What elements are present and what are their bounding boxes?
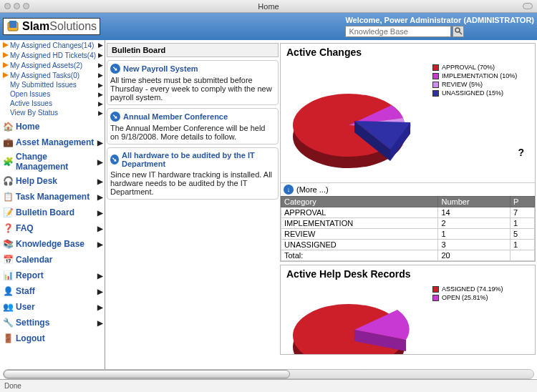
nav-label: Logout <box>16 333 103 343</box>
sidebar: My Assigned Changes(14)▶My Assigned HD T… <box>0 40 105 379</box>
minimize-icon[interactable] <box>14 3 20 9</box>
table-cell: 5 <box>510 229 534 240</box>
nav-item-knowledge-base[interactable]: 📚Knowledge Base▶ <box>0 236 105 252</box>
nav-icon: 💼 <box>1 136 14 149</box>
sidebar-my-item[interactable]: My Assigned Changes(14)▶ <box>0 40 105 50</box>
legend-swatch-icon <box>432 73 439 79</box>
chevron-right-icon: ▶ <box>98 100 103 107</box>
nav-item-home[interactable]: 🏠Home <box>0 119 105 134</box>
my-item-label: My Assigned Tasks(0) <box>10 72 98 79</box>
sidebar-my-item[interactable]: My Assigned HD Tickets(4)▶ <box>0 50 105 60</box>
logo-text-2: Solutions <box>49 20 97 33</box>
nav-label: Bulletin Board <box>16 207 97 217</box>
nav-item-calendar[interactable]: 📅Calendar <box>0 252 105 268</box>
more-link[interactable]: ↓ (More ...) <box>281 182 535 196</box>
my-item-label: Open Issues <box>10 90 98 98</box>
bulletin-item[interactable]: ➘All hardware to be audited by the IT De… <box>107 147 279 200</box>
table-header[interactable]: Category <box>281 197 438 207</box>
sidebar-my-item[interactable]: My Assigned Assets(2)▶ <box>0 60 105 70</box>
nav-icon: 🔧 <box>1 316 14 329</box>
sidebar-my-item[interactable]: Active Issues▶ <box>0 99 105 108</box>
chevron-right-icon: ▶ <box>98 109 103 117</box>
table-row: IMPLEMENTATION21 <box>281 218 535 229</box>
nav-item-report[interactable]: 📊Report▶ <box>0 268 105 283</box>
nav-item-task-management[interactable]: 📋Task Management▶ <box>0 189 105 205</box>
table-cell: 1 <box>438 229 510 240</box>
legend-swatch-icon <box>432 64 439 71</box>
nav-item-bulletin-board[interactable]: 📝Bulletin Board▶ <box>0 205 105 220</box>
legend-swatch-icon <box>432 90 439 97</box>
pie-chart-icon <box>281 283 431 354</box>
legend-label: APPROVAL (70%) <box>442 64 495 71</box>
nav-item-user[interactable]: 👥User▶ <box>0 299 105 315</box>
help-icon[interactable]: ? <box>518 147 524 158</box>
bulletin-item[interactable]: ➘Annual Member ConferenceThe Annual Memb… <box>107 108 279 144</box>
sidebar-my-item[interactable]: Open Issues▶ <box>0 89 105 99</box>
horizontal-scrollbar[interactable] <box>3 369 534 379</box>
arrow-icon <box>1 61 10 69</box>
nav-item-settings[interactable]: 🔧Settings▶ <box>0 315 105 330</box>
nav-icon: 👥 <box>1 300 14 313</box>
nav-icon: 🚪 <box>1 332 14 345</box>
sidebar-my-item[interactable]: My Assigned Tasks(0)▶ <box>0 70 105 80</box>
chevron-right-icon: ▶ <box>97 139 103 147</box>
nav-item-asset-management[interactable]: 💼Asset Management▶ <box>0 134 105 150</box>
legend-item: REVIEW (5%) <box>432 81 533 88</box>
zoom-icon[interactable] <box>23 3 29 9</box>
nav-item-change-management[interactable]: 🧩Change Management▶ <box>0 150 105 173</box>
nav-label: Settings <box>16 318 97 328</box>
sidebar-my-item[interactable]: View By Status▶ <box>0 108 105 117</box>
legend-label: ASSIGNED (74.19%) <box>442 285 503 293</box>
chevron-right-icon: ▶ <box>98 62 103 69</box>
app-header: SlamSolutions Welcome, Power Administrat… <box>0 13 537 40</box>
chevron-right-icon: ▶ <box>98 82 103 89</box>
chevron-right-icon: ▶ <box>97 240 103 248</box>
nav-icon: 🧩 <box>1 155 14 168</box>
logo[interactable]: SlamSolutions <box>3 18 100 35</box>
nav-icon: 🏠 <box>1 120 14 133</box>
bulletin-body: Since new IT hardware tracking is instal… <box>110 170 275 196</box>
legend-item: APPROVAL (70%) <box>432 64 533 71</box>
nav-label: Report <box>16 270 97 280</box>
legend-item: UNASSIGNED (15%) <box>432 89 533 97</box>
nav-icon: 👤 <box>1 285 14 298</box>
logo-icon <box>6 19 21 34</box>
chart-title: Active Help Desk Records <box>281 265 535 283</box>
my-item-label: My Assigned Assets(2) <box>10 62 98 69</box>
bulletin-item[interactable]: ➘New Payroll SystemAll time sheets must … <box>107 60 279 105</box>
search-button[interactable] <box>453 26 464 37</box>
table-cell: REVIEW <box>281 229 438 240</box>
search-input[interactable] <box>345 26 451 37</box>
chevron-right-icon: ▶ <box>97 288 103 295</box>
legend-item: OPEN (25.81%) <box>432 294 533 301</box>
svg-line-3 <box>459 31 462 34</box>
bulletin-title: New Payroll System <box>123 64 198 73</box>
table-header[interactable]: Number <box>438 197 510 207</box>
chevron-right-icon: ▶ <box>98 52 103 59</box>
legend-swatch-icon <box>432 286 439 293</box>
chevron-right-icon: ▶ <box>97 177 103 185</box>
table-cell: APPROVAL <box>281 207 438 218</box>
nav-item-staff[interactable]: 👤Staff▶ <box>0 283 105 299</box>
sidebar-my-item[interactable]: My Submitted Issues▶ <box>0 80 105 89</box>
arrow-down-icon: ↓ <box>284 185 294 195</box>
arrow-icon: ➘ <box>110 112 120 122</box>
chevron-right-icon: ▶ <box>97 303 103 311</box>
nav-item-help-desk[interactable]: 🎧Help Desk▶ <box>0 173 105 189</box>
table-header[interactable]: P <box>510 197 534 207</box>
nav-label: Task Management <box>16 192 97 202</box>
my-item-label: Active Issues <box>10 99 98 107</box>
window-controls[interactable] <box>4 3 29 9</box>
status-bar: Done <box>0 379 537 392</box>
legend-item: ASSIGNED (74.19%) <box>432 285 533 293</box>
window-pill-icon[interactable] <box>523 3 533 9</box>
close-icon[interactable] <box>4 3 11 9</box>
scrollbar-thumb[interactable] <box>4 370 290 378</box>
chevron-right-icon: ▶ <box>97 225 103 232</box>
nav-item-faq[interactable]: ❓FAQ▶ <box>0 220 105 236</box>
bulletin-title: Annual Member Conference <box>123 112 228 121</box>
arrow-icon <box>1 51 10 59</box>
nav-item-logout[interactable]: 🚪Logout <box>0 330 105 346</box>
active-helpdesk-panel: Active Help Desk Records ASSIGNED (74.19… <box>280 265 536 355</box>
active-changes-panel: Active Changes APPROVAL (70%)IMPLEMENTAT… <box>280 43 536 262</box>
